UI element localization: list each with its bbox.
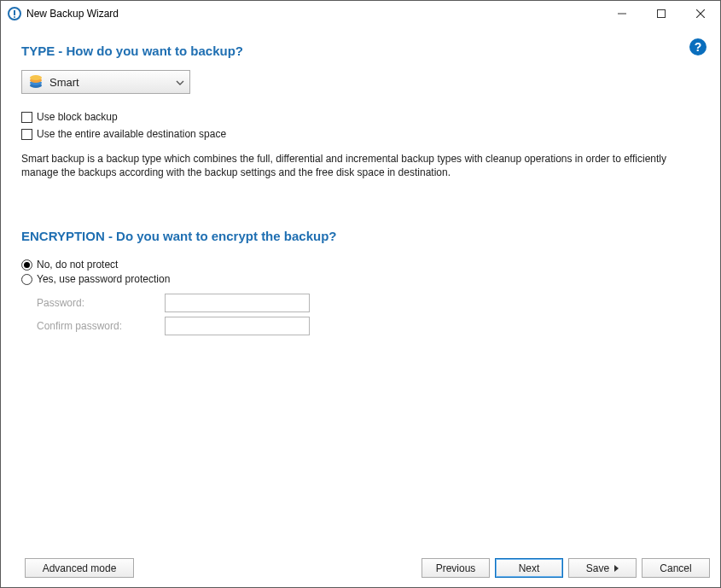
type-description: Smart backup is a backup type which comb… bbox=[21, 152, 695, 179]
encrypt-yes-row[interactable]: Yes, use password protection bbox=[21, 273, 700, 285]
password-input[interactable] bbox=[165, 294, 310, 312]
titlebar: New Backup Wizard bbox=[1, 1, 720, 26]
encrypt-yes-label: Yes, use password protection bbox=[37, 273, 170, 285]
use-block-backup-label: Use block backup bbox=[37, 111, 118, 123]
password-form: Password: Confirm password: bbox=[21, 294, 700, 335]
close-button[interactable] bbox=[681, 1, 720, 26]
use-entire-space-label: Use the entire available destination spa… bbox=[37, 128, 226, 140]
cancel-label: Cancel bbox=[660, 562, 691, 574]
svg-rect-1 bbox=[14, 10, 15, 15]
save-button[interactable]: Save bbox=[568, 558, 637, 578]
radio-icon bbox=[21, 259, 32, 271]
content-area: ? TYPE - How do you want to backup? Smar… bbox=[1, 26, 720, 555]
confirm-password-label: Confirm password: bbox=[37, 320, 165, 332]
svg-point-2 bbox=[14, 16, 15, 18]
minimize-button[interactable] bbox=[602, 1, 642, 26]
advanced-mode-label: Advanced mode bbox=[43, 562, 117, 574]
window-title: New Backup Wizard bbox=[26, 8, 119, 20]
save-label: Save bbox=[586, 562, 609, 574]
cancel-button[interactable]: Cancel bbox=[642, 558, 710, 578]
backup-type-dropdown[interactable]: Smart bbox=[21, 70, 190, 94]
encrypt-no-label: No, do not protect bbox=[37, 259, 118, 271]
encryption-heading: ENCRYPTION - Do you want to encrypt the … bbox=[21, 229, 700, 243]
backup-type-value: Smart bbox=[49, 76, 79, 89]
stack-icon bbox=[27, 73, 44, 90]
previous-label: Previous bbox=[436, 562, 476, 574]
advanced-mode-button[interactable]: Advanced mode bbox=[25, 558, 134, 578]
password-label: Password: bbox=[37, 297, 165, 309]
use-entire-space-row[interactable]: Use the entire available destination spa… bbox=[21, 128, 700, 140]
wizard-window: New Backup Wizard ? TYPE - How do you wa… bbox=[0, 0, 721, 588]
svg-point-10 bbox=[30, 75, 42, 80]
use-block-backup-row[interactable]: Use block backup bbox=[21, 111, 700, 123]
checkbox-icon bbox=[21, 112, 32, 123]
window-controls bbox=[602, 1, 720, 26]
checkbox-icon bbox=[21, 129, 32, 140]
previous-button[interactable]: Previous bbox=[422, 558, 490, 578]
confirm-password-row: Confirm password: bbox=[37, 317, 700, 335]
chevron-down-icon bbox=[176, 76, 184, 88]
footer: Advanced mode Previous Next Save Cancel bbox=[1, 555, 720, 587]
next-button[interactable]: Next bbox=[495, 558, 563, 578]
encrypt-no-row[interactable]: No, do not protect bbox=[21, 259, 700, 271]
help-icon[interactable]: ? bbox=[689, 38, 706, 55]
triangle-right-icon bbox=[614, 565, 619, 572]
confirm-password-input[interactable] bbox=[165, 317, 310, 335]
type-heading: TYPE - How do you want to backup? bbox=[21, 44, 700, 58]
password-row: Password: bbox=[37, 294, 700, 312]
svg-rect-4 bbox=[658, 9, 666, 17]
radio-icon bbox=[21, 274, 32, 285]
app-icon bbox=[8, 7, 21, 20]
next-label: Next bbox=[519, 562, 540, 574]
maximize-button[interactable] bbox=[642, 1, 681, 26]
